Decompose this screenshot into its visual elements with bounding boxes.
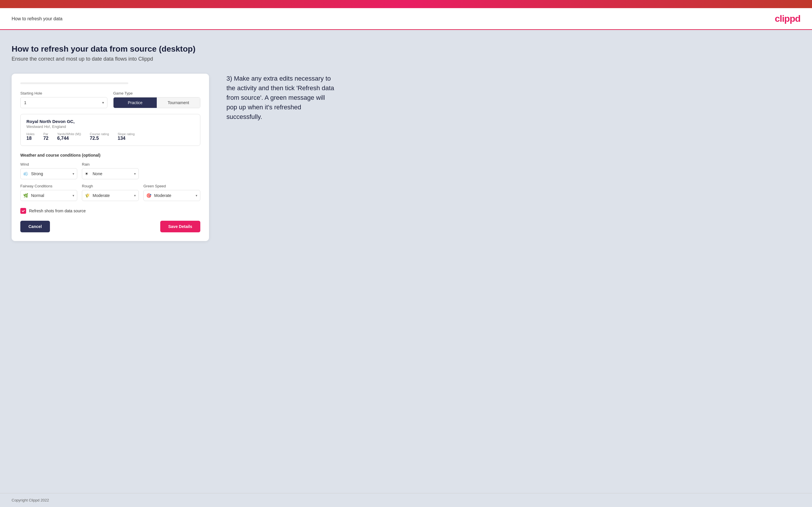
refresh-checkbox-label: Refresh shots from data source bbox=[29, 209, 86, 213]
rough-label: Rough bbox=[82, 184, 139, 188]
fairway-label: Fairway Conditions bbox=[20, 184, 77, 188]
fairway-select[interactable]: Normal Firm Soft bbox=[20, 190, 77, 201]
header: How to refresh your data clippd bbox=[0, 8, 812, 30]
par-value: 72 bbox=[43, 136, 48, 141]
conditions-row: Fairway Conditions 🌿 Normal Firm Soft ▾ … bbox=[20, 184, 200, 201]
course-info-box: Royal North Devon GC, Westward Ho!, Engl… bbox=[20, 114, 200, 146]
spacer-group bbox=[143, 162, 200, 179]
rain-select[interactable]: None Light Heavy bbox=[82, 168, 139, 179]
fairway-select-wrapper: 🌿 Normal Firm Soft ▾ bbox=[20, 190, 77, 201]
rain-group: Rain ☀ None Light Heavy ▾ bbox=[82, 162, 139, 179]
holes-value: 18 bbox=[27, 136, 35, 141]
course-stats: Holes 18 Par 72 Yards/White (M)) 6,744 C… bbox=[27, 132, 194, 141]
course-rating-stat: Course rating 72.5 bbox=[90, 132, 109, 141]
slope-rating-stat: Slope rating 134 bbox=[117, 132, 135, 141]
edit-activity-card: Starting Hole 1 10 ▾ Game Type Practice … bbox=[12, 74, 209, 241]
practice-button[interactable]: Practice bbox=[113, 98, 157, 108]
header-title: How to refresh your data bbox=[12, 16, 62, 21]
wind-select[interactable]: Strong Light None bbox=[20, 168, 77, 179]
rough-select-wrapper: 🌾 Moderate Light Heavy ▾ bbox=[82, 190, 139, 201]
button-row: Cancel Save Details bbox=[20, 221, 200, 232]
rain-select-wrapper: ☀ None Light Heavy ▾ bbox=[82, 168, 139, 179]
wind-rain-row: Wind 💨 Strong Light None ▾ Rain ☀ bbox=[20, 162, 200, 179]
game-type-group: Game Type Practice Tournament bbox=[113, 91, 200, 108]
green-speed-group: Green Speed 🎯 Moderate Fast Slow ▾ bbox=[143, 184, 200, 201]
course-location: Westward Ho!, England bbox=[27, 124, 194, 129]
refresh-checkbox[interactable] bbox=[20, 208, 26, 214]
green-speed-select[interactable]: Moderate Fast Slow bbox=[143, 190, 200, 201]
starting-hole-select-wrapper: 1 10 ▾ bbox=[20, 97, 107, 108]
footer: Copyright Clippd 2022 bbox=[0, 493, 812, 507]
yards-label: Yards/White (M)) bbox=[57, 132, 81, 136]
slope-rating-label: Slope rating bbox=[117, 132, 135, 136]
holes-stat: Holes 18 bbox=[27, 132, 35, 141]
save-button[interactable]: Save Details bbox=[160, 221, 201, 232]
course-rating-label: Course rating bbox=[90, 132, 109, 136]
weather-section-label: Weather and course conditions (optional) bbox=[20, 153, 200, 158]
wind-select-wrapper: 💨 Strong Light None ▾ bbox=[20, 168, 77, 179]
side-note-text: 3) Make any extra edits necessary to the… bbox=[226, 74, 337, 121]
course-rating-value: 72.5 bbox=[90, 136, 109, 141]
copyright: Copyright Clippd 2022 bbox=[12, 498, 49, 502]
hole-gametype-row: Starting Hole 1 10 ▾ Game Type Practice … bbox=[20, 91, 200, 108]
slope-rating-value: 134 bbox=[117, 136, 135, 141]
starting-hole-select[interactable]: 1 10 bbox=[20, 97, 107, 108]
yards-value: 6,744 bbox=[57, 136, 81, 141]
side-note: 3) Make any extra edits necessary to the… bbox=[226, 74, 337, 121]
par-label: Par bbox=[43, 132, 48, 136]
tournament-button[interactable]: Tournament bbox=[157, 98, 200, 108]
fairway-group: Fairway Conditions 🌿 Normal Firm Soft ▾ bbox=[20, 184, 77, 201]
logo: clippd bbox=[775, 13, 800, 24]
game-type-label: Game Type bbox=[113, 91, 200, 96]
rain-label: Rain bbox=[82, 162, 139, 167]
refresh-checkbox-row: Refresh shots from data source bbox=[20, 208, 200, 214]
page-heading: How to refresh your data from source (de… bbox=[12, 44, 800, 54]
game-type-toggle: Practice Tournament bbox=[113, 97, 200, 108]
card-top-strip bbox=[20, 82, 128, 84]
green-speed-label: Green Speed bbox=[143, 184, 200, 188]
rough-group: Rough 🌾 Moderate Light Heavy ▾ bbox=[82, 184, 139, 201]
content-area: Starting Hole 1 10 ▾ Game Type Practice … bbox=[12, 74, 800, 241]
par-stat: Par 72 bbox=[43, 132, 48, 141]
cancel-button[interactable]: Cancel bbox=[20, 221, 50, 232]
wind-label: Wind bbox=[20, 162, 77, 167]
starting-hole-label: Starting Hole bbox=[20, 91, 107, 96]
course-name: Royal North Devon GC, bbox=[27, 119, 194, 124]
main-content: How to refresh your data from source (de… bbox=[0, 30, 812, 493]
wind-group: Wind 💨 Strong Light None ▾ bbox=[20, 162, 77, 179]
yards-stat: Yards/White (M)) 6,744 bbox=[57, 132, 81, 141]
holes-label: Holes bbox=[27, 132, 35, 136]
starting-hole-group: Starting Hole 1 10 ▾ bbox=[20, 91, 107, 108]
page-subheading: Ensure the correct and most up to date d… bbox=[12, 56, 800, 62]
rough-select[interactable]: Moderate Light Heavy bbox=[82, 190, 139, 201]
green-speed-select-wrapper: 🎯 Moderate Fast Slow ▾ bbox=[143, 190, 200, 201]
top-bar bbox=[0, 0, 812, 8]
check-icon bbox=[21, 209, 25, 213]
